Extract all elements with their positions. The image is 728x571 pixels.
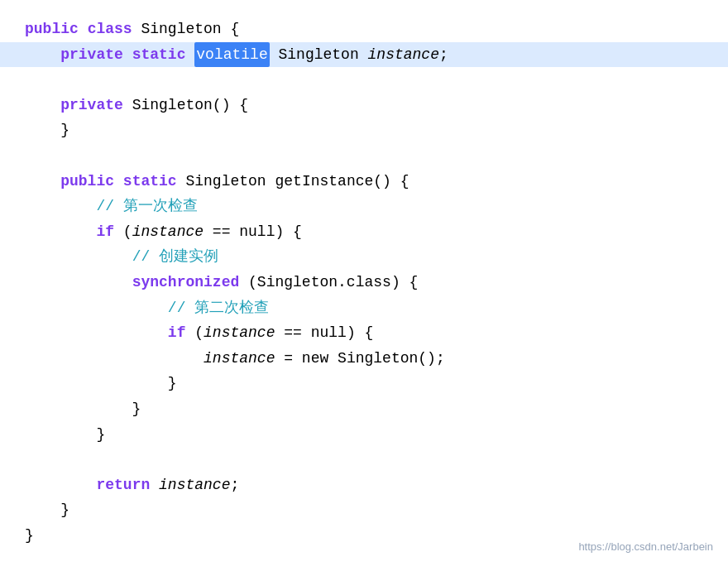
code-line-5: }: [25, 118, 703, 143]
code-line-10: // 创建实例: [25, 244, 703, 270]
code-line-9: if ( instance == null) {: [25, 219, 703, 245]
code-line-11: synchronized (Singleton.class) {: [25, 270, 703, 295]
var-instance-2: instance: [204, 320, 275, 346]
watermark: https://blog.csdn.net/Jarbein: [578, 538, 713, 556]
code-line-12: // 第二次检查: [25, 295, 703, 321]
keyword-public: public: [25, 17, 79, 42]
keyword-class: class: [88, 17, 132, 42]
code-line-16: }: [25, 396, 703, 422]
var-instance-3: instance: [204, 346, 275, 372]
code-line-6: [25, 143, 703, 169]
keyword-return: return: [96, 473, 150, 498]
code-line-20: }: [25, 497, 703, 523]
comment-create-instance: // 创建实例: [132, 244, 218, 270]
code-line-7: public static Singleton getInstance() {: [25, 169, 703, 194]
keyword-static-2: static: [123, 169, 177, 194]
code-line-18: [25, 447, 703, 473]
keyword-volatile-highlighted: volatile: [194, 42, 269, 68]
code-line-3: [25, 67, 703, 93]
var-instance-1: instance: [132, 219, 204, 245]
code-viewer: public class Singleton { private static …: [0, 0, 728, 571]
code-line-15: }: [25, 371, 703, 396]
keyword-if-2: if: [168, 320, 186, 346]
keyword-synchronized: synchronized: [132, 270, 240, 295]
code-line-1: public class Singleton {: [25, 17, 703, 42]
field-instance: instance: [368, 42, 439, 68]
code-line-19: return instance ;: [25, 473, 703, 498]
code-line-13: if ( instance == null) {: [25, 320, 703, 346]
comment-second-check: // 第二次检查: [168, 295, 269, 321]
keyword-private: private: [60, 42, 123, 68]
code-line-17: }: [25, 422, 703, 448]
code-line-2: private static volatile Singleton instan…: [0, 42, 728, 68]
code-line-8: // 第一次检查: [25, 194, 703, 219]
comment-first-check: // 第一次检查: [96, 194, 197, 219]
keyword-if-1: if: [96, 219, 114, 245]
keyword-public-2: public: [60, 169, 114, 194]
code-line-14: instance = new Singleton();: [25, 346, 703, 372]
var-instance-return: instance: [159, 473, 230, 498]
keyword-static: static: [132, 42, 186, 68]
keyword-private-2: private: [60, 93, 123, 118]
code-line-4: private Singleton() {: [25, 93, 703, 118]
